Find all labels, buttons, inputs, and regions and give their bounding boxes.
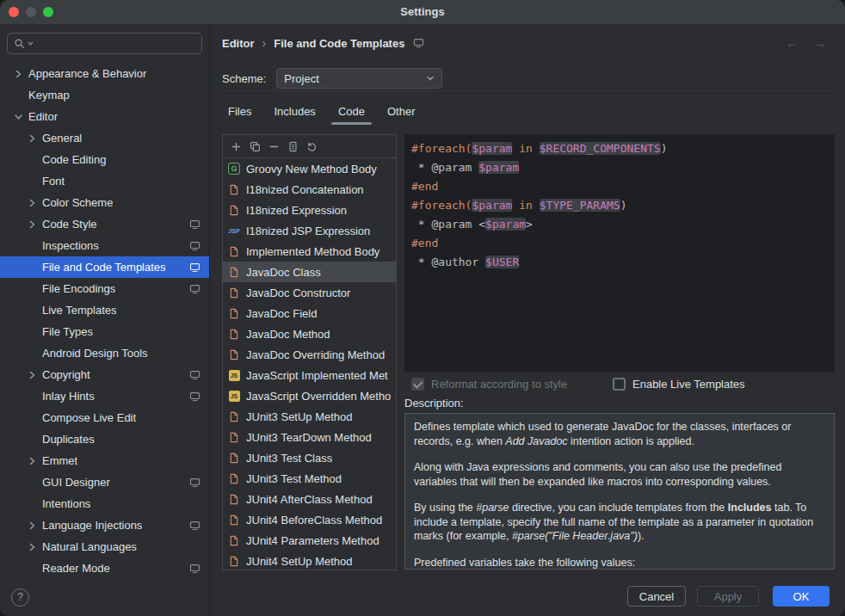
screen-badge-icon	[189, 391, 200, 402]
sidebar-item-emmet[interactable]: Emmet	[0, 450, 209, 471]
template-item-junit4-parameters-method[interactable]: JUnit4 Parameters Method	[223, 530, 396, 551]
jsp-icon: JSP	[227, 227, 241, 235]
template-item-javadoc-method[interactable]: JavaDoc Method	[223, 323, 396, 344]
sidebar-item-natural-languages[interactable]: Natural Languages	[0, 536, 209, 557]
breadcrumb: Editor › File and Code Templates	[222, 36, 424, 50]
chevron-right-icon[interactable]	[25, 457, 39, 465]
tab-code[interactable]: Code	[327, 98, 376, 125]
screen-badge-icon	[189, 241, 200, 251]
template-item-label: JUnit3 SetUp Method	[246, 410, 353, 423]
sidebar-item-intentions[interactable]: Intentions	[0, 493, 209, 514]
code-line: #end	[411, 234, 828, 253]
add-template-icon[interactable]	[231, 141, 242, 152]
sidebar-item-editor[interactable]: Editor	[0, 106, 209, 127]
description-text: Defines template which used to generate …	[404, 413, 835, 570]
tab-includes[interactable]: Includes	[262, 98, 326, 125]
tab-files[interactable]: Files	[217, 98, 262, 125]
sidebar-item-inspections[interactable]: Inspections	[0, 235, 209, 256]
chevron-right-icon[interactable]	[25, 220, 39, 229]
sidebar-item-copyright[interactable]: Copyright	[0, 364, 209, 385]
sidebar-item-appearance-behavior[interactable]: Appearance & Behavior	[0, 63, 209, 84]
template-item-junit4-afterclass-method[interactable]: JUnit4 AfterClass Method	[223, 489, 396, 509]
help-button[interactable]: ?	[11, 588, 29, 607]
template-item-i18nized-concatenation[interactable]: I18nized Concatenation	[223, 179, 396, 200]
chevron-right-icon[interactable]	[25, 134, 39, 143]
titlebar: Settings	[0, 0, 845, 25]
chevron-right-icon[interactable]	[25, 371, 39, 379]
sidebar-item-file-and-code-templates[interactable]: File and Code Templates	[0, 256, 209, 278]
sidebar-item-language-injections[interactable]: Language Injections	[0, 514, 209, 536]
code-line: #foreach($param in $TYPE_PARAMS)	[411, 196, 828, 215]
template-item-label: Implemented Method Body	[246, 245, 379, 258]
sidebar-item-label: General	[42, 132, 82, 145]
code-line: #foreach($param in $RECORD_COMPONENTS)	[411, 139, 828, 158]
sidebar-item-label: Color Scheme	[42, 196, 113, 209]
settings-window: Settings Appearance & BehaviorKeymapEdit…	[0, 0, 845, 616]
template-item-label: Groovy New Method Body	[246, 163, 377, 176]
template-item-javadoc-overriding-method[interactable]: JavaDoc Overriding Method	[223, 344, 396, 365]
sidebar-item-label: Inspections	[42, 239, 99, 252]
sidebar-item-android-design-tools[interactable]: Android Design Tools	[0, 342, 209, 364]
chevron-right-icon[interactable]	[25, 543, 39, 551]
sidebar-item-label: Copyright	[42, 368, 90, 381]
template-item-junit3-test-method[interactable]: JUnit3 Test Method	[223, 468, 396, 489]
template-item-groovy-new-method-body[interactable]: GGroovy New Method Body	[223, 158, 396, 179]
sidebar-item-file-encodings[interactable]: File Encodings	[0, 278, 209, 299]
screen-badge-icon	[189, 521, 200, 531]
sidebar-item-label: Live Templates	[42, 304, 116, 317]
search-icon	[14, 38, 25, 49]
sidebar-item-file-types[interactable]: File Types	[0, 321, 209, 342]
sidebar-item-code-style[interactable]: Code Style	[0, 213, 209, 235]
chevron-right-icon[interactable]	[11, 70, 25, 78]
template-item-junit4-setup-method[interactable]: JUnit4 SetUp Method	[223, 551, 396, 570]
breadcrumb-current: File and Code Templates	[274, 37, 404, 50]
remove-template-icon[interactable]	[268, 141, 280, 152]
template-item-javadoc-class[interactable]: JavaDoc Class	[223, 262, 396, 282]
template-item-javascript-implemented-met[interactable]: JSJavaScript Implemented Met	[223, 365, 396, 385]
template-item-javascript-overridden-metho[interactable]: JSJavaScript Overridden Metho	[223, 385, 396, 406]
template-item-junit3-teardown-method[interactable]: JUnit3 TearDown Method	[223, 427, 396, 447]
sidebar-item-duplicates[interactable]: Duplicates	[0, 428, 209, 450]
back-button[interactable]: ←	[786, 35, 799, 50]
template-item-i18nized-jsp-expression[interactable]: JSPI18nized JSP Expression	[223, 220, 396, 241]
live-templates-checkbox[interactable]	[613, 378, 626, 391]
chevron-right-icon[interactable]	[25, 199, 39, 207]
sidebar-item-live-templates[interactable]: Live Templates	[0, 299, 209, 321]
apply-button[interactable]: Apply	[697, 586, 759, 607]
sidebar-item-compose-live-edit[interactable]: Compose Live Edit	[0, 407, 209, 428]
file-template-icon	[227, 453, 241, 464]
chevron-down-icon[interactable]	[11, 113, 25, 121]
sidebar-item-font[interactable]: Font	[0, 170, 209, 192]
copy-template-icon[interactable]	[287, 141, 299, 152]
screen-badge-icon	[189, 219, 200, 230]
sidebar-item-code-editing[interactable]: Code Editing	[0, 149, 209, 170]
search-input[interactable]	[36, 36, 195, 51]
template-item-junit3-test-class[interactable]: JUnit3 Test Class	[223, 447, 396, 468]
description-paragraph: Defines template which used to generate …	[414, 420, 825, 448]
scheme-dropdown[interactable]: Project	[276, 68, 442, 89]
screen-badge-icon	[189, 284, 200, 294]
sidebar-item-gui-designer[interactable]: GUI Designer	[0, 471, 209, 493]
settings-search[interactable]	[7, 33, 202, 54]
template-item-junit3-setup-method[interactable]: JUnit3 SetUp Method	[223, 406, 396, 427]
template-item-implemented-method-body[interactable]: Implemented Method Body	[223, 241, 396, 262]
tab-other[interactable]: Other	[376, 98, 427, 125]
template-item-javadoc-field[interactable]: JavaDoc Field	[223, 303, 396, 323]
forward-button[interactable]: →	[813, 35, 826, 50]
ok-button[interactable]: OK	[773, 586, 830, 607]
template-item-junit4-beforeclass-method[interactable]: JUnit4 BeforeClass Method	[223, 509, 396, 530]
sidebar-item-keymap[interactable]: Keymap	[0, 84, 209, 106]
template-item-i18nized-expression[interactable]: I18nized Expression	[223, 200, 396, 220]
sidebar-item-color-scheme[interactable]: Color Scheme	[0, 192, 209, 213]
reset-template-icon[interactable]	[306, 141, 318, 152]
sidebar-item-general[interactable]: General	[0, 127, 209, 149]
template-item-javadoc-constructor[interactable]: JavaDoc Constructor	[223, 282, 396, 303]
chevron-right-icon[interactable]	[25, 521, 39, 530]
cancel-button[interactable]: Cancel	[627, 586, 686, 607]
breadcrumb-editor[interactable]: Editor	[222, 37, 255, 50]
sidebar-item-reader-mode[interactable]: Reader Mode	[0, 557, 209, 579]
duplicate-template-icon[interactable]	[250, 141, 261, 152]
template-editor[interactable]: #foreach($param in $RECORD_COMPONENTS) *…	[404, 134, 835, 372]
sidebar-item-inlay-hints[interactable]: Inlay Hints	[0, 385, 209, 407]
sidebar-item-label: Reader Mode	[42, 562, 110, 575]
